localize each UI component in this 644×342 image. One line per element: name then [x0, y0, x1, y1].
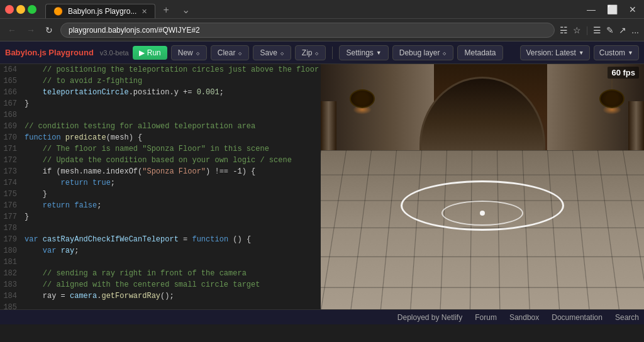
table-row: 177 } — [0, 211, 321, 223]
more-icon[interactable]: ... — [631, 25, 639, 35]
table-row: 184 ray = camera.getForwardRay(); — [0, 290, 321, 302]
tab-label: Babylon.js Playgro... — [68, 7, 136, 16]
menu-icon[interactable]: ☰ — [593, 25, 601, 35]
settings-button[interactable]: Settings ▼ — [339, 45, 388, 60]
version-chevron-icon: ▼ — [579, 50, 584, 56]
preview-pane: 60 fps — [321, 64, 644, 309]
table-row: 168 — [0, 109, 321, 121]
table-row: 169 // condition testing for allowed tel… — [0, 121, 321, 132]
scene-background — [321, 64, 644, 309]
tab-menu-button[interactable]: ⌄ — [177, 1, 195, 18]
table-row: 175 } — [0, 189, 321, 200]
search-link[interactable]: Search — [615, 313, 639, 322]
sidebar-icon[interactable]: ✎ — [606, 25, 614, 35]
maximize-button[interactable] — [28, 5, 36, 14]
save-button[interactable]: Save ⬦ — [253, 45, 291, 60]
version-badge: v3.0-beta — [100, 49, 129, 57]
chandelier-body-left — [350, 89, 375, 108]
bookmark-icon[interactable]: ☆ — [573, 25, 581, 35]
debug-layer-button[interactable]: Debug layer ⬦ — [392, 45, 454, 60]
restore-window-button[interactable]: ⬜ — [604, 3, 620, 16]
divider: | — [586, 25, 589, 35]
share-icon[interactable]: ↗ — [619, 25, 626, 35]
documentation-link[interactable]: Documentation — [552, 313, 602, 322]
table-row: 173 if (mesh.name.indexOf("Sponza Floor"… — [0, 166, 321, 177]
forward-button[interactable]: → — [24, 24, 38, 36]
code-lines: 164 // positioning the teleportation cir… — [0, 64, 321, 309]
brand-name: Babylon.js Playground — [5, 48, 94, 57]
code-editor[interactable]: 164 // positioning the teleportation cir… — [0, 64, 321, 309]
fps-counter: 60 fps — [608, 67, 639, 79]
table-row: 167 } — [0, 98, 321, 109]
chain-left — [362, 77, 363, 89]
chandelier-body-right — [599, 89, 625, 108]
version-selector[interactable]: Version: Latest ▼ — [520, 45, 589, 60]
close-button[interactable] — [5, 5, 14, 14]
table-row: 170 function predicate(mesh) { — [0, 132, 321, 143]
table-row: 178 — [0, 223, 321, 234]
settings-chevron-icon: ▼ — [376, 50, 382, 56]
table-row: 182 // sending a ray right in front of t… — [0, 268, 321, 279]
table-row: 180 var ray; — [0, 245, 321, 256]
preview-canvas: 60 fps — [321, 64, 644, 309]
close-window-button[interactable]: ✕ — [626, 3, 639, 16]
back-button[interactable]: ← — [5, 24, 19, 36]
save-icon: ⬦ — [280, 48, 284, 57]
tab-favicon: 🟠 — [53, 7, 63, 16]
zip-button[interactable]: Zip ⬦ — [295, 45, 326, 60]
zip-icon: ⬦ — [314, 48, 319, 57]
table-row: 179 var castRayAndCheckIfWeCanTeleport =… — [0, 234, 321, 245]
custom-chevron-icon: ▼ — [628, 50, 633, 56]
table-row: 171 // The floor is named "Sponza Floor"… — [0, 143, 321, 155]
table-row: 176 return false; — [0, 200, 321, 211]
reader-mode-icon[interactable]: ☵ — [560, 25, 568, 35]
custom-button[interactable]: Custom ▼ — [594, 45, 639, 60]
chandelier-right — [596, 77, 628, 114]
url-input[interactable] — [60, 23, 555, 38]
tab-close-icon[interactable]: ✕ — [142, 8, 147, 16]
refresh-button[interactable]: ↻ — [43, 24, 55, 36]
window-controls — [5, 5, 36, 14]
browser-titlebar: 🟠 Babylon.js Playgro... ✕ + ⌄ — ⬜ ✕ — [0, 0, 644, 19]
main-content: 164 // positioning the teleportation cir… — [0, 64, 644, 309]
teleport-dot — [480, 211, 485, 216]
address-bar: ← → ↻ ☵ ☆ | ☰ ✎ ↗ ... — [0, 19, 644, 41]
play-icon: ▶ — [139, 48, 145, 57]
new-chevron-icon: ⬦ — [196, 48, 200, 57]
deployed-by-netlify-link[interactable]: Deployed by Netlify — [397, 313, 462, 322]
table-row: 181 — [0, 256, 321, 268]
table-row: 165 // to avoid z-fighting — [0, 75, 321, 87]
minimize-button[interactable] — [16, 5, 25, 14]
table-row: 166 teleportationCircle.position.y += 0.… — [0, 87, 321, 98]
address-actions: ☵ ☆ | ☰ ✎ ↗ ... — [560, 25, 639, 35]
table-row: 183 // aligned with the centered small c… — [0, 279, 321, 290]
debug-icon: ⬦ — [442, 48, 447, 57]
table-row: 164 // positioning the teleportation cir… — [0, 64, 321, 75]
toolbar-separator — [332, 47, 333, 59]
table-row: 185 — [0, 302, 321, 309]
metadata-button[interactable]: Metadata — [457, 45, 502, 60]
new-button[interactable]: New ⬦ — [171, 45, 207, 60]
run-button[interactable]: ▶ Run — [133, 46, 167, 60]
new-tab-button[interactable]: + — [158, 2, 174, 18]
table-row: 174 return true; — [0, 177, 321, 189]
status-bar: Deployed by Netlify Forum Sandbox Docume… — [0, 309, 644, 324]
sandbox-link[interactable]: Sandbox — [509, 313, 539, 322]
babylon-toolbar: Babylon.js Playground v3.0-beta ▶ Run Ne… — [0, 41, 644, 64]
minimize-window-button[interactable]: — — [584, 3, 598, 16]
forum-link[interactable]: Forum — [475, 313, 497, 322]
table-row: 172 // Update the condition based on you… — [0, 155, 321, 166]
active-tab[interactable]: 🟠 Babylon.js Playgro... ✕ — [45, 4, 155, 18]
chandelier-left — [347, 77, 378, 114]
clear-icon: ⬦ — [238, 48, 242, 57]
clear-button[interactable]: Clear ⬦ — [211, 45, 250, 60]
